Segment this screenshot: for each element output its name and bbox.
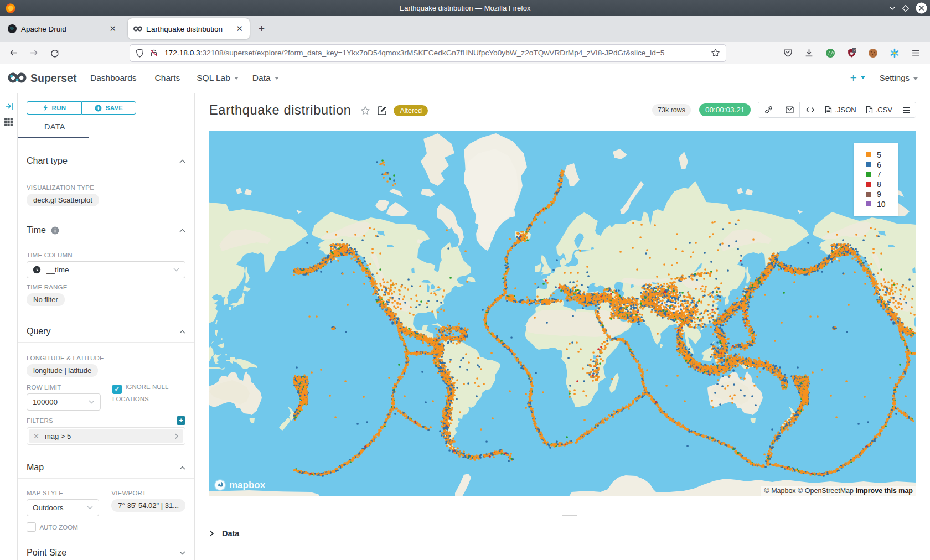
svg-text:2: 2: [854, 48, 856, 52]
svg-text:Superset: Superset: [30, 72, 77, 84]
svg-text:x: x: [868, 110, 870, 113]
